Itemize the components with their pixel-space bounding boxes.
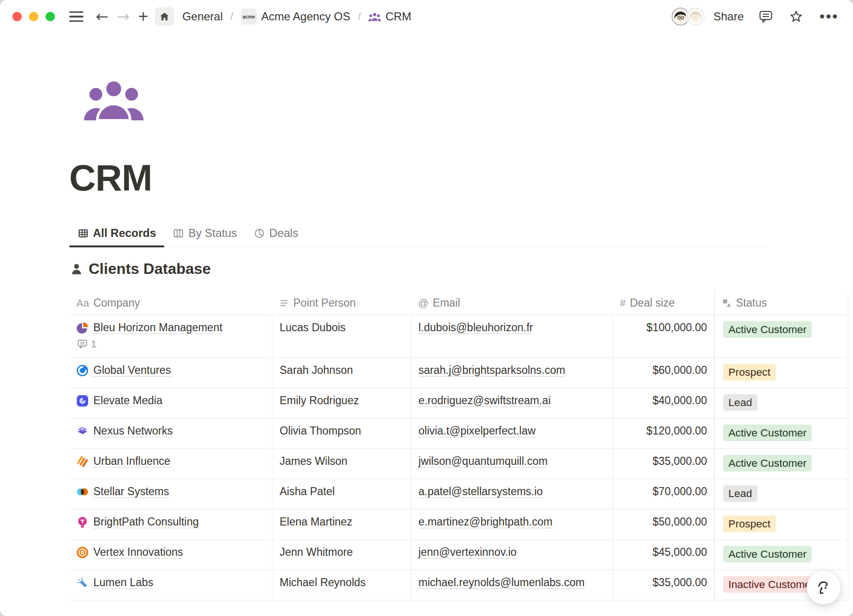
company-name-link[interactable]: BrightPath Consulting <box>93 516 199 528</box>
share-button[interactable]: Share <box>713 10 744 23</box>
email-cell[interactable]: e.rodriguez@swiftstream.ai <box>411 388 613 418</box>
company-cell[interactable]: Lumen Labs <box>69 570 272 600</box>
deal-size-cell[interactable]: $50,000.00 <box>613 509 715 539</box>
status-cell[interactable]: Active Customer <box>715 449 848 479</box>
email-cell[interactable]: sarah.j@brightsparksolns.com <box>411 358 613 388</box>
company-cell[interactable]: Stellar Systems <box>69 479 272 509</box>
deal-size-cell[interactable]: $70,000.00 <box>613 479 715 509</box>
point-person-cell[interactable]: Michael Reynolds <box>272 570 411 600</box>
zoom-window-button[interactable] <box>45 12 55 21</box>
email-link[interactable]: jenn@vertexinnov.io <box>418 546 517 558</box>
company-cell[interactable]: Global Ventures <box>69 358 272 388</box>
minimize-window-button[interactable] <box>29 12 38 21</box>
company-name-link[interactable]: Nexus Networks <box>93 425 172 437</box>
point-person-cell[interactable]: Jenn Whitmore <box>272 540 411 570</box>
forward-button[interactable]: → <box>117 9 130 24</box>
email-cell[interactable]: a.patel@stellarsystems.io <box>411 479 613 509</box>
status-badge: Prospect <box>723 516 776 532</box>
company-name-link[interactable]: Elevate Media <box>93 394 163 407</box>
email-cell[interactable]: jenn@vertexinnov.io <box>411 540 613 570</box>
page-icon[interactable] <box>81 79 147 120</box>
workspace-logo: acme <box>241 9 257 25</box>
comments-button[interactable] <box>759 9 773 24</box>
email-cell[interactable]: e.martinez@brightpath.com <box>411 509 613 539</box>
company-cell[interactable]: Urban Influence <box>69 449 272 479</box>
comment-indicator[interactable]: 1 <box>77 338 272 350</box>
company-name-link[interactable]: Lumen Labs <box>93 576 154 589</box>
point-person-cell[interactable]: Olivia Thompson <box>272 418 411 448</box>
email-link[interactable]: a.patel@stellarsystems.io <box>418 485 543 498</box>
favorite-button[interactable] <box>789 9 803 24</box>
company-name-link[interactable]: Global Ventures <box>93 364 171 377</box>
breadcrumb-crm[interactable]: CRM <box>365 8 414 25</box>
status-cell[interactable]: Lead <box>715 479 848 509</box>
text-type-icon: Aa <box>76 297 89 309</box>
table-row: Elevate Media Emily Rodriguez e.rodrigue… <box>69 388 848 418</box>
breadcrumb-general[interactable]: General <box>180 8 226 25</box>
deal-size-cell[interactable]: $35,000.00 <box>613 449 715 479</box>
tab-by-status[interactable]: By Status <box>164 226 245 246</box>
sidebar-toggle-button[interactable] <box>69 11 83 22</box>
back-button[interactable]: ← <box>96 9 109 24</box>
email-link[interactable]: sarah.j@brightsparksolns.com <box>418 364 565 376</box>
breadcrumb-workspace[interactable]: acme Acme Agency OS <box>238 7 353 27</box>
tab-deals[interactable]: Deals <box>245 226 307 246</box>
tab-label: All Records <box>93 226 156 240</box>
company-cell[interactable]: Bleu Horizon Management 1 <box>69 315 272 357</box>
column-header-point-person[interactable]: Point Person <box>272 291 411 315</box>
email-link[interactable]: jwilson@quantumquill.com <box>418 455 548 467</box>
company-cell[interactable]: Nexus Networks <box>69 418 272 448</box>
point-person-cell[interactable]: Emily Rodriguez <box>272 388 411 418</box>
point-person-cell[interactable]: Lucas Dubois <box>272 315 411 357</box>
column-header-status[interactable]: Status <box>715 291 848 315</box>
company-name-link[interactable]: Stellar Systems <box>93 485 169 498</box>
email-cell[interactable]: jwilson@quantumquill.com <box>411 449 613 479</box>
email-link[interactable]: michael.reynolds@lumenlabs.com <box>418 576 585 589</box>
email-cell[interactable]: l.dubois@bleuhorizon.fr <box>411 315 613 357</box>
status-cell[interactable]: Prospect <box>715 509 848 539</box>
new-tab-button[interactable]: + <box>138 7 148 27</box>
column-label: Company <box>93 297 140 309</box>
point-person-cell[interactable]: Sarah Johnson <box>272 358 411 388</box>
home-button[interactable] <box>155 7 174 26</box>
company-cell[interactable]: Vertex Innovations <box>69 540 272 570</box>
company-name-link[interactable]: Bleu Horizon Management <box>93 321 222 334</box>
deal-size-cell[interactable]: $40,000.00 <box>613 388 715 418</box>
email-link[interactable]: l.dubois@bleuhorizon.fr <box>418 321 533 334</box>
email-cell[interactable]: michael.reynolds@lumenlabs.com <box>411 570 613 600</box>
status-cell[interactable]: Lead <box>715 388 848 418</box>
company-name-link[interactable]: Vertex Innovations <box>93 546 183 559</box>
column-header-deal-size[interactable]: # Deal size <box>613 291 715 315</box>
more-options-button[interactable]: ••• <box>819 9 839 25</box>
status-cell[interactable]: Active Customer <box>715 315 848 357</box>
email-link[interactable]: e.martinez@brightpath.com <box>418 516 553 528</box>
column-header-company[interactable]: Aa Company <box>69 291 272 315</box>
at-sign-icon: @ <box>418 297 428 309</box>
point-person-cell[interactable]: James Wilson <box>272 449 411 479</box>
point-person-cell[interactable]: Elena Martinez <box>272 509 411 539</box>
email-link[interactable]: e.rodriguez@swiftstream.ai <box>418 394 551 407</box>
status-cell[interactable]: Active Customer <box>715 540 848 570</box>
deal-size-cell[interactable]: $60,000.00 <box>613 358 715 388</box>
company-cell[interactable]: BrightPath Consulting <box>69 509 272 539</box>
company-cell[interactable]: Elevate Media <box>69 388 272 418</box>
company-name-link[interactable]: Urban Influence <box>93 455 170 468</box>
ai-assistant-button[interactable] <box>807 571 841 605</box>
table-row: BrightPath Consulting Elena Martinez e.m… <box>69 509 848 540</box>
tab-all-records[interactable]: All Records <box>69 226 164 246</box>
person-icon <box>70 263 83 275</box>
point-person-cell[interactable]: Aisha Patel <box>272 479 411 509</box>
deal-size-cell[interactable]: $120,000.00 <box>613 418 715 448</box>
deal-size-cell[interactable]: $35,000.00 <box>613 570 715 600</box>
close-window-button[interactable] <box>12 12 22 21</box>
board-view-icon <box>173 228 184 239</box>
status-cell[interactable]: Prospect <box>715 358 848 388</box>
view-tabs: All Records By Status Deals <box>69 220 768 247</box>
deal-size-cell[interactable]: $100,000.00 <box>613 315 715 357</box>
email-cell[interactable]: olivia.t@pixelperfect.law <box>411 418 613 448</box>
column-header-email[interactable]: @ Email <box>411 291 613 315</box>
status-cell[interactable]: Active Customer <box>715 418 848 448</box>
deal-size-cell[interactable]: $45,000.00 <box>613 540 715 570</box>
email-link[interactable]: olivia.t@pixelperfect.law <box>418 425 535 437</box>
member-avatar-2[interactable] <box>686 7 706 27</box>
